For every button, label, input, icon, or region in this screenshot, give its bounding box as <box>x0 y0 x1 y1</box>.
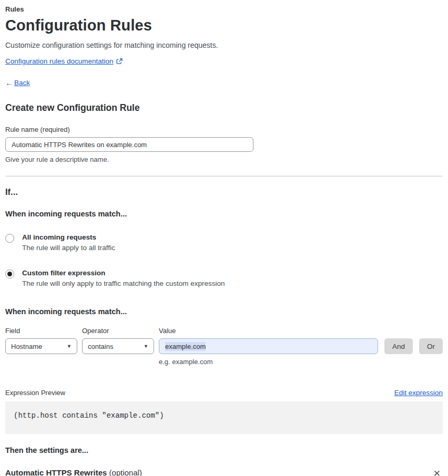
expression-builder: Field Operator Value Hostname ▼ contains… <box>5 327 443 366</box>
chevron-down-icon: ▼ <box>67 344 72 349</box>
field-select[interactable]: Hostname ▼ <box>5 338 77 354</box>
or-button[interactable]: Or <box>419 338 443 354</box>
expression-preview-label: Expression Preview <box>5 389 65 397</box>
value-help-text: e.g. example.com <box>159 358 378 366</box>
radio-button-selected[interactable] <box>5 270 14 278</box>
radio-option-description: The rule will apply to all traffic <box>22 244 115 252</box>
setting-optional-tag: (optional) <box>107 468 142 476</box>
if-heading: If... <box>5 187 443 197</box>
page-subtitle: Customize configuration settings for mat… <box>5 41 443 49</box>
page-title: Configuration Rules <box>5 17 443 34</box>
operator-select-value: contains <box>88 343 113 350</box>
configuration-rules-page: Rules Configuration Rules Customize conf… <box>0 0 448 476</box>
setting-title: Automatic HTTPS Rewrites (optional) <box>5 468 142 476</box>
value-label: Value <box>159 327 443 335</box>
radio-option-description: The rule will only apply to traffic matc… <box>22 280 225 287</box>
radio-option-custom-filter[interactable]: Custom filter expression The rule will o… <box>5 269 443 287</box>
setting-name: Automatic HTTPS Rewrites <box>5 468 107 476</box>
breadcrumb: Rules <box>5 4 443 13</box>
field-label: Field <box>5 327 77 335</box>
radio-option-all-incoming[interactable]: All incoming requests The rule will appl… <box>5 233 443 252</box>
setting-row: Automatic HTTPS Rewrites (optional) ✕ <box>5 468 443 476</box>
radio-option-label: Custom filter expression <box>22 269 225 277</box>
section-divider <box>5 175 443 177</box>
rule-name-help: Give your rule a descriptive name. <box>5 156 443 163</box>
operator-label: Operator <box>82 327 154 335</box>
field-select-value: Hostname <box>11 343 42 350</box>
value-input-text: example.com <box>165 342 206 351</box>
chevron-down-icon: ▼ <box>144 344 148 349</box>
back-link[interactable]: Back <box>14 79 30 87</box>
then-settings-heading: Then the settings are... <box>5 446 443 454</box>
operator-select[interactable]: contains ▼ <box>82 338 154 354</box>
external-link-icon <box>116 58 123 65</box>
and-button[interactable]: And <box>384 338 413 354</box>
builder-heading: When incoming requests match... <box>5 307 443 316</box>
when-match-heading: When incoming requests match... <box>5 210 443 218</box>
expression-preview-code: (http.host contains "example.com") <box>5 401 443 434</box>
rule-name-input[interactable] <box>5 137 253 152</box>
create-rule-heading: Create new Configuration Rule <box>5 102 443 113</box>
expression-preview-header: Expression Preview Edit expression <box>5 389 443 397</box>
edit-expression-link[interactable]: Edit expression <box>394 389 443 397</box>
close-icon[interactable]: ✕ <box>431 468 443 476</box>
radio-option-texts: Custom filter expression The rule will o… <box>22 269 225 287</box>
documentation-link[interactable]: Configuration rules documentation <box>5 57 114 65</box>
back-link-row: ← Back <box>5 78 443 87</box>
documentation-link-row: Configuration rules documentation <box>5 57 443 65</box>
rule-name-label: Rule name (required) <box>5 126 443 133</box>
value-input[interactable]: example.com <box>159 338 378 354</box>
back-arrow-icon: ← <box>5 78 13 87</box>
radio-button-unselected[interactable] <box>5 234 14 243</box>
radio-option-texts: All incoming requests The rule will appl… <box>22 233 115 252</box>
radio-option-label: All incoming requests <box>22 233 115 241</box>
